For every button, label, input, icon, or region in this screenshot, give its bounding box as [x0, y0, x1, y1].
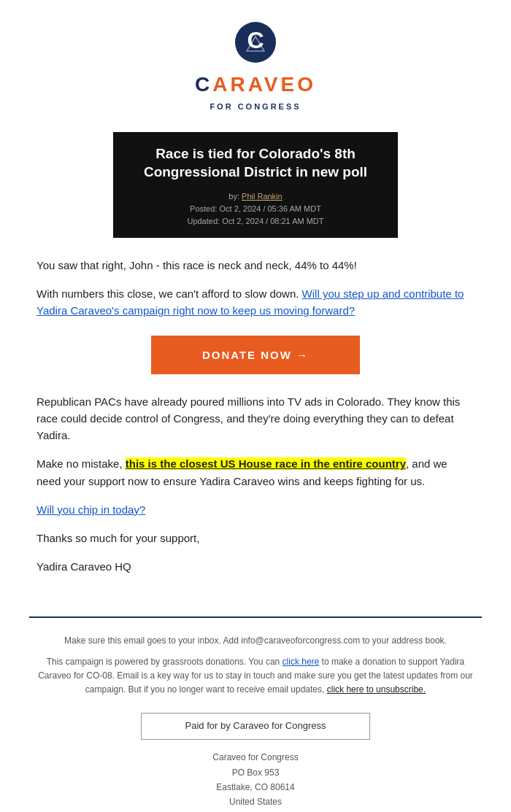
city-state: Eastlake, CO 80614: [216, 782, 294, 792]
chip-in-link[interactable]: Will you chip in today?: [36, 503, 145, 516]
posted-date: Posted: Oct 2, 2024 / 05:36 AM MDT: [190, 204, 321, 213]
paid-for-box: Paid for by Caraveo for Congress: [141, 713, 371, 740]
signature: Yadira Caraveo HQ: [36, 558, 474, 575]
para-4: Make no mistake, this is the closest US …: [36, 455, 474, 490]
org-name: Caraveo for Congress: [212, 752, 298, 762]
grassroots-prefix: This campaign is powered by grassroots d…: [47, 657, 283, 667]
logo: C CARAVEO FOR CONGRESS: [195, 20, 316, 113]
unsubscribe-link[interactable]: click here to unsubscribe.: [327, 684, 426, 695]
byline-prefix: by:: [228, 192, 242, 201]
logo-text: CARAVEO FOR CONGRESS: [195, 69, 316, 113]
logo-for-congress: FOR CONGRESS: [210, 101, 301, 113]
author-link[interactable]: Phil Rankin: [242, 192, 283, 201]
grassroots-note: This campaign is powered by grassroots d…: [29, 655, 482, 697]
po-box: PO Box 953: [232, 767, 280, 778]
para-2: With numbers this close, we can't afford…: [36, 285, 474, 320]
caraveo-logo-icon: C: [234, 20, 277, 64]
para2-prefix: With numbers this close, we can't afford…: [36, 287, 302, 300]
news-card: Race is tied for Colorado's 8th Congress…: [113, 132, 398, 238]
country: United States: [229, 797, 282, 807]
donate-now-button[interactable]: DONATE NOW →: [151, 336, 360, 374]
logo-caraveo: CARAVEO: [195, 69, 316, 100]
para4-prefix: Make no mistake,: [36, 457, 126, 470]
address-book-note: Make sure this email goes to your inbox.…: [29, 634, 482, 648]
main-content: You saw that right, John - this race is …: [0, 254, 511, 602]
chip-in-para: Will you chip in today?: [36, 501, 474, 518]
svg-text:C: C: [247, 27, 264, 53]
footer: Make sure this email goes to your inbox.…: [0, 618, 511, 812]
donate-section: DONATE NOW →: [36, 336, 474, 374]
para-3: Republican PACs have already poured mill…: [36, 393, 474, 444]
para-1: You saw that right, John - this race is …: [36, 257, 474, 274]
highlighted-text: this is the closest US House race in the…: [126, 457, 406, 470]
news-headline: Race is tied for Colorado's 8th Congress…: [128, 145, 383, 181]
thanks-text: Thanks so much for your support,: [36, 530, 474, 546]
news-byline: by: Phil Rankin Posted: Oct 2, 2024 / 05…: [128, 190, 383, 228]
email-wrapper: C CARAVEO FOR CONGRESS Race is tied for …: [0, 0, 511, 812]
header: C CARAVEO FOR CONGRESS: [0, 0, 511, 126]
updated-date: Updated: Oct 2, 2024 / 08:21 AM MDT: [187, 217, 323, 225]
click-here-link[interactable]: click here: [283, 657, 320, 667]
footer-address: Caraveo for Congress PO Box 953 Eastlake…: [29, 750, 482, 810]
